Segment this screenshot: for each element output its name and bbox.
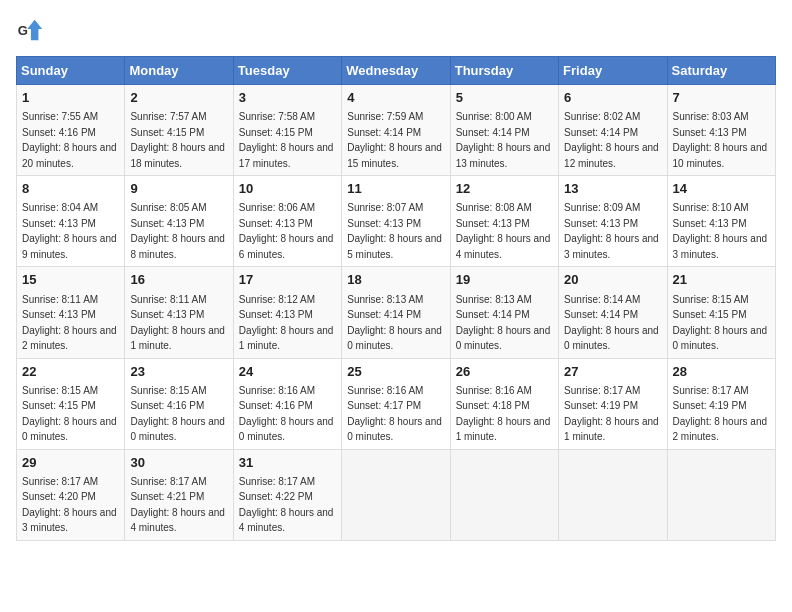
day-number: 26 <box>456 363 553 381</box>
day-number: 1 <box>22 89 119 107</box>
day-info: Sunrise: 8:02 AMSunset: 4:14 PMDaylight:… <box>564 111 659 169</box>
calendar-day-cell: 30 Sunrise: 8:17 AMSunset: 4:21 PMDaylig… <box>125 449 233 540</box>
calendar-day-cell: 8 Sunrise: 8:04 AMSunset: 4:13 PMDayligh… <box>17 176 125 267</box>
calendar-day-cell: 29 Sunrise: 8:17 AMSunset: 4:20 PMDaylig… <box>17 449 125 540</box>
day-info: Sunrise: 8:08 AMSunset: 4:13 PMDaylight:… <box>456 202 551 260</box>
day-info: Sunrise: 8:14 AMSunset: 4:14 PMDaylight:… <box>564 294 659 352</box>
day-number: 25 <box>347 363 444 381</box>
day-info: Sunrise: 8:15 AMSunset: 4:16 PMDaylight:… <box>130 385 225 443</box>
calendar-day-cell: 1 Sunrise: 7:55 AMSunset: 4:16 PMDayligh… <box>17 85 125 176</box>
day-info: Sunrise: 8:16 AMSunset: 4:18 PMDaylight:… <box>456 385 551 443</box>
day-number: 3 <box>239 89 336 107</box>
day-info: Sunrise: 7:57 AMSunset: 4:15 PMDaylight:… <box>130 111 225 169</box>
calendar-week-row: 22 Sunrise: 8:15 AMSunset: 4:15 PMDaylig… <box>17 358 776 449</box>
calendar-day-cell <box>667 449 775 540</box>
calendar-day-cell: 28 Sunrise: 8:17 AMSunset: 4:19 PMDaylig… <box>667 358 775 449</box>
day-info: Sunrise: 8:05 AMSunset: 4:13 PMDaylight:… <box>130 202 225 260</box>
calendar-day-cell: 14 Sunrise: 8:10 AMSunset: 4:13 PMDaylig… <box>667 176 775 267</box>
calendar-day-cell <box>342 449 450 540</box>
day-of-week-header: Saturday <box>667 57 775 85</box>
day-info: Sunrise: 8:00 AMSunset: 4:14 PMDaylight:… <box>456 111 551 169</box>
calendar-day-cell: 6 Sunrise: 8:02 AMSunset: 4:14 PMDayligh… <box>559 85 667 176</box>
day-info: Sunrise: 8:17 AMSunset: 4:22 PMDaylight:… <box>239 476 334 534</box>
logo: G <box>16 16 46 44</box>
day-info: Sunrise: 7:59 AMSunset: 4:14 PMDaylight:… <box>347 111 442 169</box>
day-number: 5 <box>456 89 553 107</box>
svg-marker-1 <box>27 20 42 41</box>
calendar-day-cell: 10 Sunrise: 8:06 AMSunset: 4:13 PMDaylig… <box>233 176 341 267</box>
day-of-week-header: Thursday <box>450 57 558 85</box>
day-number: 27 <box>564 363 661 381</box>
calendar-day-cell: 31 Sunrise: 8:17 AMSunset: 4:22 PMDaylig… <box>233 449 341 540</box>
calendar-day-cell <box>450 449 558 540</box>
calendar-day-cell: 27 Sunrise: 8:17 AMSunset: 4:19 PMDaylig… <box>559 358 667 449</box>
day-number: 15 <box>22 271 119 289</box>
page-header: G <box>16 16 776 44</box>
day-info: Sunrise: 8:17 AMSunset: 4:20 PMDaylight:… <box>22 476 117 534</box>
calendar-week-row: 1 Sunrise: 7:55 AMSunset: 4:16 PMDayligh… <box>17 85 776 176</box>
day-info: Sunrise: 8:13 AMSunset: 4:14 PMDaylight:… <box>347 294 442 352</box>
day-number: 29 <box>22 454 119 472</box>
day-info: Sunrise: 8:09 AMSunset: 4:13 PMDaylight:… <box>564 202 659 260</box>
calendar-day-cell: 3 Sunrise: 7:58 AMSunset: 4:15 PMDayligh… <box>233 85 341 176</box>
calendar-day-cell: 5 Sunrise: 8:00 AMSunset: 4:14 PMDayligh… <box>450 85 558 176</box>
day-info: Sunrise: 7:55 AMSunset: 4:16 PMDaylight:… <box>22 111 117 169</box>
calendar-day-cell: 26 Sunrise: 8:16 AMSunset: 4:18 PMDaylig… <box>450 358 558 449</box>
calendar-day-cell: 2 Sunrise: 7:57 AMSunset: 4:15 PMDayligh… <box>125 85 233 176</box>
day-info: Sunrise: 8:16 AMSunset: 4:17 PMDaylight:… <box>347 385 442 443</box>
day-number: 8 <box>22 180 119 198</box>
day-info: Sunrise: 8:11 AMSunset: 4:13 PMDaylight:… <box>22 294 117 352</box>
day-number: 18 <box>347 271 444 289</box>
calendar-day-cell: 7 Sunrise: 8:03 AMSunset: 4:13 PMDayligh… <box>667 85 775 176</box>
calendar-day-cell: 22 Sunrise: 8:15 AMSunset: 4:15 PMDaylig… <box>17 358 125 449</box>
day-of-week-header: Friday <box>559 57 667 85</box>
svg-text:G: G <box>18 23 28 38</box>
calendar-week-row: 29 Sunrise: 8:17 AMSunset: 4:20 PMDaylig… <box>17 449 776 540</box>
day-number: 14 <box>673 180 770 198</box>
calendar-day-cell: 9 Sunrise: 8:05 AMSunset: 4:13 PMDayligh… <box>125 176 233 267</box>
calendar-table: SundayMondayTuesdayWednesdayThursdayFrid… <box>16 56 776 541</box>
day-number: 2 <box>130 89 227 107</box>
day-of-week-header: Wednesday <box>342 57 450 85</box>
day-number: 4 <box>347 89 444 107</box>
calendar-day-cell: 4 Sunrise: 7:59 AMSunset: 4:14 PMDayligh… <box>342 85 450 176</box>
calendar-day-cell: 19 Sunrise: 8:13 AMSunset: 4:14 PMDaylig… <box>450 267 558 358</box>
day-info: Sunrise: 8:03 AMSunset: 4:13 PMDaylight:… <box>673 111 768 169</box>
day-info: Sunrise: 8:10 AMSunset: 4:13 PMDaylight:… <box>673 202 768 260</box>
day-info: Sunrise: 8:12 AMSunset: 4:13 PMDaylight:… <box>239 294 334 352</box>
calendar-week-row: 8 Sunrise: 8:04 AMSunset: 4:13 PMDayligh… <box>17 176 776 267</box>
calendar-week-row: 15 Sunrise: 8:11 AMSunset: 4:13 PMDaylig… <box>17 267 776 358</box>
day-info: Sunrise: 8:17 AMSunset: 4:21 PMDaylight:… <box>130 476 225 534</box>
calendar-day-cell: 12 Sunrise: 8:08 AMSunset: 4:13 PMDaylig… <box>450 176 558 267</box>
day-info: Sunrise: 8:17 AMSunset: 4:19 PMDaylight:… <box>564 385 659 443</box>
day-info: Sunrise: 7:58 AMSunset: 4:15 PMDaylight:… <box>239 111 334 169</box>
calendar-day-cell: 23 Sunrise: 8:15 AMSunset: 4:16 PMDaylig… <box>125 358 233 449</box>
logo-icon: G <box>16 16 44 44</box>
calendar-day-cell: 24 Sunrise: 8:16 AMSunset: 4:16 PMDaylig… <box>233 358 341 449</box>
day-number: 13 <box>564 180 661 198</box>
calendar-day-cell: 15 Sunrise: 8:11 AMSunset: 4:13 PMDaylig… <box>17 267 125 358</box>
calendar-header-row: SundayMondayTuesdayWednesdayThursdayFrid… <box>17 57 776 85</box>
calendar-day-cell <box>559 449 667 540</box>
day-of-week-header: Sunday <box>17 57 125 85</box>
day-info: Sunrise: 8:11 AMSunset: 4:13 PMDaylight:… <box>130 294 225 352</box>
day-number: 31 <box>239 454 336 472</box>
day-number: 21 <box>673 271 770 289</box>
day-info: Sunrise: 8:15 AMSunset: 4:15 PMDaylight:… <box>22 385 117 443</box>
calendar-day-cell: 21 Sunrise: 8:15 AMSunset: 4:15 PMDaylig… <box>667 267 775 358</box>
day-number: 19 <box>456 271 553 289</box>
day-number: 17 <box>239 271 336 289</box>
calendar-day-cell: 20 Sunrise: 8:14 AMSunset: 4:14 PMDaylig… <box>559 267 667 358</box>
day-number: 30 <box>130 454 227 472</box>
day-of-week-header: Tuesday <box>233 57 341 85</box>
calendar-day-cell: 25 Sunrise: 8:16 AMSunset: 4:17 PMDaylig… <box>342 358 450 449</box>
day-number: 9 <box>130 180 227 198</box>
day-info: Sunrise: 8:06 AMSunset: 4:13 PMDaylight:… <box>239 202 334 260</box>
day-info: Sunrise: 8:17 AMSunset: 4:19 PMDaylight:… <box>673 385 768 443</box>
day-info: Sunrise: 8:16 AMSunset: 4:16 PMDaylight:… <box>239 385 334 443</box>
calendar-day-cell: 17 Sunrise: 8:12 AMSunset: 4:13 PMDaylig… <box>233 267 341 358</box>
day-number: 23 <box>130 363 227 381</box>
calendar-day-cell: 18 Sunrise: 8:13 AMSunset: 4:14 PMDaylig… <box>342 267 450 358</box>
day-number: 16 <box>130 271 227 289</box>
day-number: 24 <box>239 363 336 381</box>
